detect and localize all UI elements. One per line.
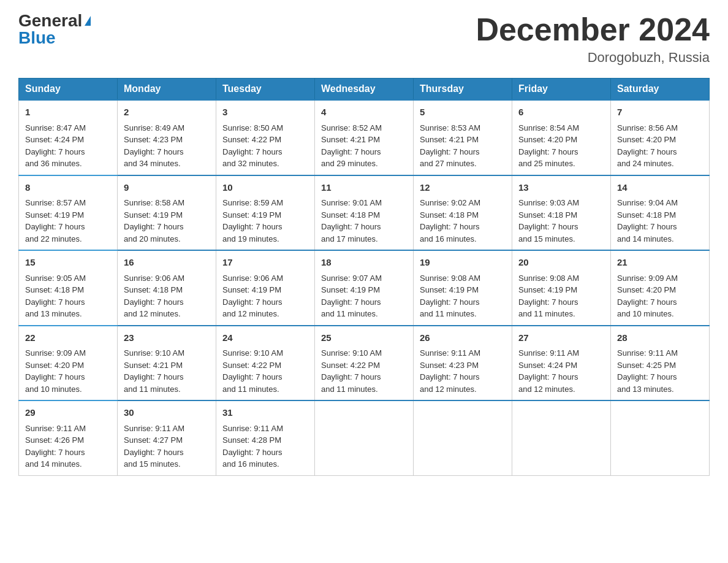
location-title: Dorogobuzh, Russia: [476, 50, 710, 66]
day-number: 21: [617, 256, 703, 270]
logo-blue-text: Blue: [18, 29, 56, 47]
title-block: December 2024 Dorogobuzh, Russia: [476, 12, 710, 66]
day-info: Sunrise: 8:53 AMSunset: 4:21 PMDaylight:…: [420, 123, 480, 169]
day-number: 16: [124, 256, 210, 270]
day-info: Sunrise: 9:07 AMSunset: 4:19 PMDaylight:…: [321, 274, 382, 319]
day-number: 11: [321, 181, 407, 195]
day-number: 24: [222, 331, 308, 345]
week-row-2: 8Sunrise: 8:57 AMSunset: 4:19 PMDaylight…: [19, 175, 710, 251]
header-cell-saturday: Saturday: [611, 79, 710, 101]
header-cell-wednesday: Wednesday: [315, 79, 414, 101]
day-info: Sunrise: 9:10 AMSunset: 4:22 PMDaylight:…: [321, 348, 382, 394]
day-cell: 30Sunrise: 9:11 AMSunset: 4:27 PMDayligh…: [118, 400, 216, 475]
day-cell: 11Sunrise: 9:01 AMSunset: 4:18 PMDayligh…: [315, 175, 414, 251]
day-info: Sunrise: 9:04 AMSunset: 4:18 PMDaylight:…: [617, 198, 678, 243]
header-cell-tuesday: Tuesday: [216, 79, 315, 101]
day-cell: [611, 400, 710, 475]
day-number: 31: [222, 406, 308, 420]
header-cell-sunday: Sunday: [19, 79, 118, 101]
header-cell-friday: Friday: [512, 79, 611, 101]
day-info: Sunrise: 9:06 AMSunset: 4:18 PMDaylight:…: [124, 274, 184, 319]
day-info: Sunrise: 9:11 AMSunset: 4:26 PMDaylight:…: [25, 424, 86, 469]
day-info: Sunrise: 9:03 AMSunset: 4:18 PMDaylight:…: [518, 198, 579, 243]
day-cell: [315, 400, 414, 475]
day-info: Sunrise: 9:11 AMSunset: 4:25 PMDaylight:…: [617, 348, 678, 394]
calendar-header: SundayMondayTuesdayWednesdayThursdayFrid…: [19, 79, 710, 101]
header-cell-monday: Monday: [118, 79, 216, 101]
day-info: Sunrise: 8:49 AMSunset: 4:23 PMDaylight:…: [124, 123, 184, 169]
header-cell-thursday: Thursday: [414, 79, 512, 101]
day-number: 13: [518, 181, 604, 195]
day-cell: 23Sunrise: 9:10 AMSunset: 4:21 PMDayligh…: [118, 326, 216, 401]
day-number: 5: [420, 105, 506, 120]
week-row-4: 22Sunrise: 9:09 AMSunset: 4:20 PMDayligh…: [19, 326, 710, 401]
day-cell: 14Sunrise: 9:04 AMSunset: 4:18 PMDayligh…: [611, 175, 710, 251]
day-info: Sunrise: 9:01 AMSunset: 4:18 PMDaylight:…: [321, 198, 382, 243]
day-cell: 20Sunrise: 9:08 AMSunset: 4:19 PMDayligh…: [512, 250, 611, 326]
day-info: Sunrise: 9:08 AMSunset: 4:19 PMDaylight:…: [420, 274, 480, 319]
day-number: 8: [25, 181, 111, 195]
day-info: Sunrise: 9:11 AMSunset: 4:28 PMDaylight:…: [222, 424, 283, 469]
logo-general-text: General: [18, 12, 82, 29]
calendar-table: SundayMondayTuesdayWednesdayThursdayFrid…: [18, 78, 710, 476]
day-number: 18: [321, 256, 407, 270]
day-cell: 17Sunrise: 9:06 AMSunset: 4:19 PMDayligh…: [216, 250, 315, 326]
day-cell: 4Sunrise: 8:52 AMSunset: 4:21 PMDaylight…: [315, 100, 414, 175]
day-cell: 24Sunrise: 9:10 AMSunset: 4:22 PMDayligh…: [216, 326, 315, 401]
week-row-3: 15Sunrise: 9:05 AMSunset: 4:18 PMDayligh…: [19, 250, 710, 326]
day-info: Sunrise: 8:47 AMSunset: 4:24 PMDaylight:…: [25, 123, 86, 169]
day-info: Sunrise: 8:52 AMSunset: 4:21 PMDaylight:…: [321, 123, 382, 169]
day-number: 26: [420, 331, 506, 345]
day-cell: 8Sunrise: 8:57 AMSunset: 4:19 PMDaylight…: [19, 175, 118, 251]
day-info: Sunrise: 8:59 AMSunset: 4:19 PMDaylight:…: [222, 198, 283, 243]
week-row-5: 29Sunrise: 9:11 AMSunset: 4:26 PMDayligh…: [19, 400, 710, 475]
day-cell: 31Sunrise: 9:11 AMSunset: 4:28 PMDayligh…: [216, 400, 315, 475]
day-number: 28: [617, 331, 703, 345]
day-cell: 6Sunrise: 8:54 AMSunset: 4:20 PMDaylight…: [512, 100, 611, 175]
day-info: Sunrise: 8:58 AMSunset: 4:19 PMDaylight:…: [124, 198, 184, 243]
day-number: 9: [124, 181, 210, 195]
day-info: Sunrise: 9:09 AMSunset: 4:20 PMDaylight:…: [25, 348, 86, 394]
logo: General Blue: [18, 12, 91, 47]
day-info: Sunrise: 8:50 AMSunset: 4:22 PMDaylight:…: [222, 123, 283, 169]
day-info: Sunrise: 9:11 AMSunset: 4:27 PMDaylight:…: [124, 424, 184, 469]
day-number: 19: [420, 256, 506, 270]
day-cell: 12Sunrise: 9:02 AMSunset: 4:18 PMDayligh…: [414, 175, 512, 251]
week-row-1: 1Sunrise: 8:47 AMSunset: 4:24 PMDaylight…: [19, 100, 710, 175]
day-cell: 18Sunrise: 9:07 AMSunset: 4:19 PMDayligh…: [315, 250, 414, 326]
header-row: SundayMondayTuesdayWednesdayThursdayFrid…: [19, 79, 710, 101]
day-number: 30: [124, 406, 210, 420]
day-cell: 19Sunrise: 9:08 AMSunset: 4:19 PMDayligh…: [414, 250, 512, 326]
day-cell: 10Sunrise: 8:59 AMSunset: 4:19 PMDayligh…: [216, 175, 315, 251]
day-number: 6: [518, 105, 604, 120]
day-number: 29: [25, 406, 111, 420]
day-info: Sunrise: 9:06 AMSunset: 4:19 PMDaylight:…: [222, 274, 283, 319]
day-info: Sunrise: 9:09 AMSunset: 4:20 PMDaylight:…: [617, 274, 678, 319]
day-number: 12: [420, 181, 506, 195]
calendar-body: 1Sunrise: 8:47 AMSunset: 4:24 PMDaylight…: [19, 100, 710, 475]
day-cell: 5Sunrise: 8:53 AMSunset: 4:21 PMDaylight…: [414, 100, 512, 175]
day-number: 27: [518, 331, 604, 345]
day-cell: 22Sunrise: 9:09 AMSunset: 4:20 PMDayligh…: [19, 326, 118, 401]
day-info: Sunrise: 9:11 AMSunset: 4:24 PMDaylight:…: [518, 348, 579, 394]
day-cell: 13Sunrise: 9:03 AMSunset: 4:18 PMDayligh…: [512, 175, 611, 251]
day-cell: [512, 400, 611, 475]
day-cell: 2Sunrise: 8:49 AMSunset: 4:23 PMDaylight…: [118, 100, 216, 175]
day-info: Sunrise: 8:57 AMSunset: 4:19 PMDaylight:…: [25, 198, 86, 243]
day-info: Sunrise: 9:05 AMSunset: 4:18 PMDaylight:…: [25, 274, 86, 319]
day-cell: 27Sunrise: 9:11 AMSunset: 4:24 PMDayligh…: [512, 326, 611, 401]
day-info: Sunrise: 9:11 AMSunset: 4:23 PMDaylight:…: [420, 348, 480, 394]
day-number: 23: [124, 331, 210, 345]
day-cell: 28Sunrise: 9:11 AMSunset: 4:25 PMDayligh…: [611, 326, 710, 401]
day-cell: 21Sunrise: 9:09 AMSunset: 4:20 PMDayligh…: [611, 250, 710, 326]
month-title: December 2024: [476, 12, 710, 47]
day-number: 4: [321, 105, 407, 120]
day-number: 2: [124, 105, 210, 120]
day-number: 20: [518, 256, 604, 270]
day-cell: 15Sunrise: 9:05 AMSunset: 4:18 PMDayligh…: [19, 250, 118, 326]
day-info: Sunrise: 9:10 AMSunset: 4:22 PMDaylight:…: [222, 348, 283, 394]
day-info: Sunrise: 8:54 AMSunset: 4:20 PMDaylight:…: [518, 123, 579, 169]
day-cell: 7Sunrise: 8:56 AMSunset: 4:20 PMDaylight…: [611, 100, 710, 175]
day-number: 15: [25, 256, 111, 270]
day-number: 25: [321, 331, 407, 345]
